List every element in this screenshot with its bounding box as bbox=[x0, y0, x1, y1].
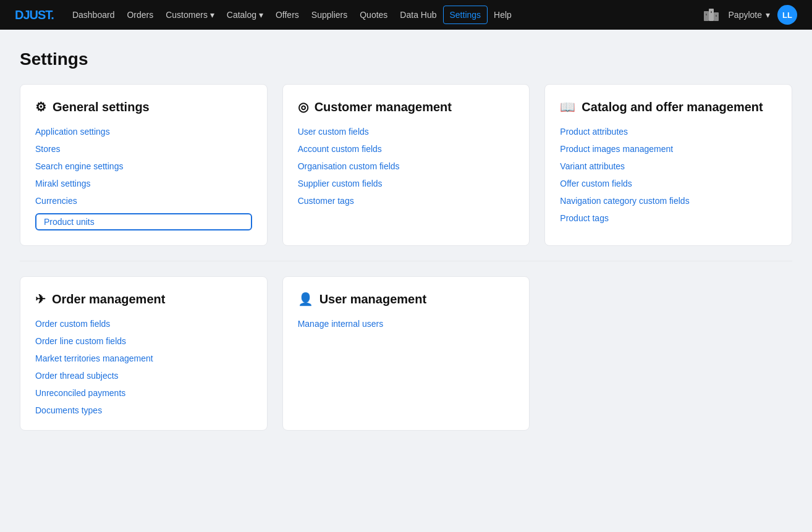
org-name: Papylote bbox=[729, 10, 762, 20]
card-title-general-settings: ⚙General settings bbox=[35, 99, 252, 114]
user-avatar[interactable]: LL bbox=[777, 5, 797, 25]
card-link-manage-internal-users[interactable]: Manage internal users bbox=[298, 319, 515, 329]
svg-rect-1 bbox=[709, 9, 714, 21]
nav-link-orders[interactable]: Orders bbox=[121, 6, 159, 23]
card-title-catalog-offer-management: 📖Catalog and offer management bbox=[560, 99, 777, 114]
card-link-order-line-custom-fields[interactable]: Order line custom fields bbox=[35, 336, 252, 346]
nav-link-dashboard[interactable]: Dashboard bbox=[66, 6, 121, 23]
card-link-product-images-management[interactable]: Product images management bbox=[560, 144, 777, 154]
card-title-text-general-settings: General settings bbox=[53, 100, 150, 114]
card-title-text-catalog-offer-management: Catalog and offer management bbox=[582, 100, 763, 114]
card-link-navigation-category-custom-fields[interactable]: Navigation category custom fields bbox=[560, 196, 777, 206]
logo: DJUST. bbox=[15, 8, 54, 22]
card-links-catalog-offer-management: Product attributesProduct images managem… bbox=[560, 127, 777, 223]
card-title-customer-management: ◎Customer management bbox=[298, 99, 515, 114]
card-link-market-territories-management[interactable]: Market territories management bbox=[35, 353, 252, 363]
card-title-text-user-management: User management bbox=[319, 292, 426, 306]
org-icon bbox=[701, 5, 721, 25]
org-dropdown-icon: ▾ bbox=[766, 10, 770, 20]
nav-link-settings[interactable]: Settings bbox=[443, 6, 488, 24]
nav-link-offers[interactable]: Offers bbox=[269, 6, 305, 23]
card-link-offer-custom-fields[interactable]: Offer custom fields bbox=[560, 179, 777, 188]
card-link-product-units[interactable]: Product units bbox=[35, 213, 252, 230]
card-link-search-engine-settings[interactable]: Search engine settings bbox=[35, 161, 252, 171]
card-link-user-custom-fields[interactable]: User custom fields bbox=[298, 127, 515, 137]
page-content: Settings ⚙General settingsApplication se… bbox=[0, 30, 812, 450]
card-links-user-management: Manage internal users bbox=[298, 319, 515, 329]
card-link-account-custom-fields[interactable]: Account custom fields bbox=[298, 144, 515, 154]
card-catalog-offer-management: 📖Catalog and offer managementProduct att… bbox=[544, 84, 792, 246]
svg-rect-5 bbox=[716, 15, 717, 17]
cards-row-2: ✈Order managementOrder custom fieldsOrde… bbox=[20, 276, 792, 431]
card-links-order-management: Order custom fieldsOrder line custom fie… bbox=[35, 319, 252, 415]
card-link-stores[interactable]: Stores bbox=[35, 144, 252, 154]
card-link-order-custom-fields[interactable]: Order custom fields bbox=[35, 319, 252, 329]
card-link-mirakl-settings[interactable]: Mirakl settings bbox=[35, 179, 252, 188]
logo-dot: . bbox=[51, 8, 54, 22]
page-title: Settings bbox=[20, 49, 792, 69]
card-links-general-settings: Application settingsStoresSearch engine … bbox=[35, 127, 252, 230]
card-icon-catalog-offer-management: 📖 bbox=[560, 99, 575, 114]
nav-link-help[interactable]: Help bbox=[488, 6, 518, 23]
card-link-application-settings[interactable]: Application settings bbox=[35, 127, 252, 137]
card-icon-customer-management: ◎ bbox=[298, 99, 308, 114]
nav-right: Papylote ▾ LL bbox=[701, 5, 797, 25]
card-title-order-management: ✈Order management bbox=[35, 292, 252, 306]
card-link-documents-types[interactable]: Documents types bbox=[35, 405, 252, 415]
nav-link-customers--[interactable]: Customers ▾ bbox=[159, 6, 221, 23]
card-link-supplier-custom-fields[interactable]: Supplier custom fields bbox=[298, 179, 515, 188]
card-customer-management: ◎Customer managementUser custom fieldsAc… bbox=[282, 84, 530, 246]
card-icon-user-management: 👤 bbox=[298, 292, 313, 306]
card-link-variant-attributes[interactable]: Variant attributes bbox=[560, 161, 777, 171]
card-title-user-management: 👤User management bbox=[298, 292, 515, 306]
card-link-currencies[interactable]: Currencies bbox=[35, 196, 252, 206]
card-link-customer-tags[interactable]: Customer tags bbox=[298, 196, 515, 206]
card-general-settings: ⚙General settingsApplication settingsSto… bbox=[20, 84, 268, 246]
navbar: DJUST. DashboardOrdersCustomers ▾Catalog… bbox=[0, 0, 812, 30]
nav-link-suppliers[interactable]: Suppliers bbox=[305, 6, 353, 23]
card-user-management: 👤User managementManage internal users bbox=[282, 276, 530, 431]
card-title-text-customer-management: Customer management bbox=[315, 100, 452, 114]
card-order-management: ✈Order managementOrder custom fieldsOrde… bbox=[20, 276, 268, 431]
nav-link-quotes[interactable]: Quotes bbox=[353, 6, 394, 23]
org-selector[interactable]: Papylote ▾ bbox=[729, 10, 770, 20]
cards-row-1: ⚙General settingsApplication settingsSto… bbox=[20, 84, 792, 246]
card-icon-order-management: ✈ bbox=[35, 292, 46, 306]
card-links-customer-management: User custom fieldsAccount custom fieldsO… bbox=[298, 127, 515, 206]
svg-rect-3 bbox=[706, 14, 707, 15]
card-icon-general-settings: ⚙ bbox=[35, 99, 46, 114]
logo-text-black: DJUST bbox=[15, 8, 51, 22]
nav-link-catalog--[interactable]: Catalog ▾ bbox=[221, 6, 269, 23]
card-link-unreconciled-payments[interactable]: Unreconciled payments bbox=[35, 388, 252, 398]
card-link-organisation-custom-fields[interactable]: Organisation custom fields bbox=[298, 161, 515, 171]
svg-rect-4 bbox=[711, 11, 712, 13]
card-link-product-tags[interactable]: Product tags bbox=[560, 213, 777, 223]
card-link-product-attributes[interactable]: Product attributes bbox=[560, 127, 777, 137]
card-link-order-thread-subjects[interactable]: Order thread subjects bbox=[35, 371, 252, 381]
svg-rect-0 bbox=[704, 11, 709, 21]
section-divider bbox=[20, 261, 792, 261]
nav-link-data-hub[interactable]: Data Hub bbox=[394, 6, 442, 23]
nav-links: DashboardOrdersCustomers ▾Catalog ▾Offer… bbox=[66, 10, 518, 20]
card-title-text-order-management: Order management bbox=[52, 292, 165, 306]
